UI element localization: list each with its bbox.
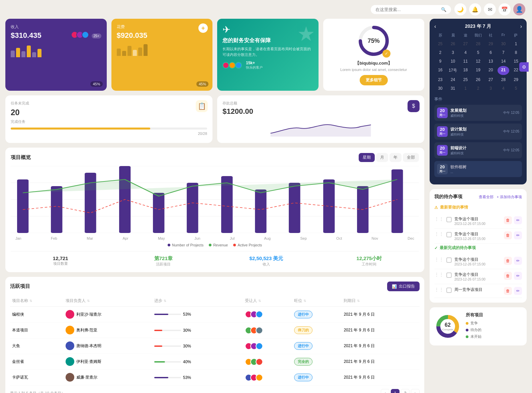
edit-btn-1[interactable]: ✏ xyxy=(514,216,522,224)
cal-date[interactable]: 26 xyxy=(472,76,484,84)
delete-btn-2[interactable]: 🗑 xyxy=(504,231,512,239)
cal-date[interactable]: 12 xyxy=(472,57,484,65)
page-2-btn[interactable]: 2 xyxy=(401,389,410,393)
cal-date[interactable]: 1 xyxy=(459,84,471,92)
drag-handle-3[interactable]: ⋮⋮ xyxy=(434,257,444,262)
dark-mode-btn[interactable]: 🌙 xyxy=(454,3,466,15)
edit-btn-5[interactable]: ✏ xyxy=(514,287,522,295)
cell-name-2: 本道项目 xyxy=(10,322,64,338)
cell-manager-1: 利亚沙·瑞查尔 xyxy=(64,307,152,322)
cal-date[interactable]: 8 xyxy=(510,49,522,57)
x-label-apr: Apr xyxy=(123,236,128,240)
cal-date[interactable]: 5 xyxy=(510,84,522,92)
drag-handle-1[interactable]: ⋮⋮ xyxy=(434,216,444,222)
events-title: 事件 xyxy=(434,96,522,102)
cal-date[interactable]: 24 xyxy=(447,76,459,84)
cal-date[interactable]: 27 xyxy=(485,76,497,84)
cal-prev-btn[interactable]: ‹ xyxy=(434,23,436,29)
col-project-name[interactable]: 项目名称 ⇅ xyxy=(10,295,64,307)
mail-btn[interactable]: ✉ xyxy=(484,3,496,15)
checkbox-1[interactable] xyxy=(446,217,452,222)
project-overview-card: 项目概览 星期 月 年 全部 xyxy=(5,148,424,272)
cal-date[interactable]: 30 xyxy=(498,40,510,48)
cal-date[interactable]: 19 xyxy=(472,66,484,75)
cal-date[interactable]: 25 xyxy=(459,76,471,84)
notifications-btn[interactable]: 🔔 xyxy=(469,3,481,15)
cal-date[interactable]: 4 xyxy=(498,84,510,92)
cal-date[interactable]: 28 xyxy=(472,40,484,48)
cal-date[interactable]: 10 xyxy=(447,57,459,65)
cal-date[interactable]: 3 xyxy=(447,49,459,57)
cal-date[interactable]: 4 xyxy=(459,49,471,57)
cal-date[interactable]: 13 xyxy=(485,57,497,65)
search-input[interactable] xyxy=(375,7,438,12)
tab-all[interactable]: 全部 xyxy=(403,153,419,162)
cal-date[interactable]: 7 xyxy=(498,49,510,57)
cal-date[interactable]: 23 xyxy=(434,76,446,84)
prev-page-btn[interactable]: ‹ xyxy=(381,389,389,393)
cal-date[interactable]: 2 xyxy=(472,84,484,92)
delete-btn-3[interactable]: 🗑 xyxy=(504,257,512,265)
edit-btn-2[interactable]: ✏ xyxy=(514,231,522,239)
col-status[interactable]: 旺位 ⇅ xyxy=(292,295,342,307)
task-sub: 完成任务 xyxy=(11,119,207,124)
cal-date[interactable]: 27 xyxy=(459,40,471,48)
event-name-4: 软件框树 xyxy=(450,164,519,170)
search-box[interactable]: 🔍 xyxy=(371,5,451,14)
delete-btn-1[interactable]: 🗑 xyxy=(504,216,512,224)
delete-btn-5[interactable]: 🗑 xyxy=(504,287,512,295)
user-avatar[interactable]: 👤 xyxy=(513,3,525,15)
cal-date[interactable]: 29 xyxy=(485,40,497,48)
page-1-btn[interactable]: 1 xyxy=(391,389,400,393)
cal-date[interactable]: 31 xyxy=(447,84,459,92)
cal-date[interactable]: 16 xyxy=(434,66,446,75)
savings-label: 存款总额 xyxy=(223,101,419,106)
checkbox-4[interactable] xyxy=(446,272,452,278)
cal-date[interactable]: 2 xyxy=(434,49,446,57)
checkbox-5[interactable] xyxy=(446,288,452,293)
edit-btn-3[interactable]: ✏ xyxy=(514,257,522,265)
calendar-settings-btn[interactable]: ⚙ xyxy=(519,62,529,72)
cal-date[interactable]: 17号 xyxy=(447,66,459,75)
cal-date[interactable]: 3 xyxy=(485,84,497,92)
checkbox-3[interactable] xyxy=(446,257,452,263)
drag-handle-2[interactable]: ⋮⋮ xyxy=(434,231,444,237)
edit-btn-4[interactable]: ✏ xyxy=(514,272,522,280)
col-due[interactable]: 到期日 ⇅ xyxy=(342,295,420,307)
cal-date[interactable]: 26 xyxy=(447,40,459,48)
more-details-btn[interactable]: 更多细节 xyxy=(360,75,388,85)
drag-handle-4[interactable]: ⋮⋮ xyxy=(434,272,444,277)
stat-val-revenue: $2,50,523 美元 xyxy=(216,255,316,262)
checkbox-2[interactable] xyxy=(446,232,452,237)
cal-date[interactable]: 25 xyxy=(434,40,446,48)
cal-next-btn[interactable]: › xyxy=(520,23,522,29)
cal-date[interactable]: 9 xyxy=(434,57,446,65)
todo-view-all[interactable]: 查看全部 xyxy=(479,194,494,200)
next-page-btn[interactable]: › xyxy=(411,389,420,393)
calendar-btn[interactable]: 📅 xyxy=(499,3,511,15)
cal-date[interactable]: 1 xyxy=(510,40,522,48)
cal-date[interactable]: 5 xyxy=(472,49,484,57)
delete-btn-4[interactable]: 🗑 xyxy=(504,272,512,280)
export-btn[interactable]: 📊 出口报告 xyxy=(387,282,420,291)
cal-date[interactable]: 28 xyxy=(498,76,510,84)
cal-date[interactable]: 20 xyxy=(485,66,497,75)
cal-date[interactable]: 6 xyxy=(485,49,497,57)
tab-week[interactable]: 星期 xyxy=(359,153,375,162)
add-expenses-btn[interactable]: + xyxy=(198,23,208,33)
col-manager[interactable]: 项目负责人 ⇅ xyxy=(64,295,152,307)
col-progress[interactable]: 进步 ⇅ xyxy=(152,295,243,307)
todo-content-4: 竞争这个项目 2023-12-26 07:15:00 xyxy=(454,272,501,281)
cal-date[interactable]: 11 xyxy=(459,57,471,65)
todo-add[interactable]: + 添加待办事项 xyxy=(497,194,522,200)
col-assignee[interactable]: 受让人 ⇅ xyxy=(243,295,292,307)
tab-year[interactable]: 年 xyxy=(389,153,402,162)
tab-month[interactable]: 月 xyxy=(376,153,388,162)
cal-date[interactable]: 14 xyxy=(498,57,510,65)
donut-label: Compete xyxy=(442,328,453,331)
cal-date[interactable]: 30 xyxy=(434,84,446,92)
drag-handle-5[interactable]: ⋮⋮ xyxy=(434,287,444,292)
cal-date-today[interactable]: 21 xyxy=(498,66,510,75)
cal-date[interactable]: 18 xyxy=(459,66,471,75)
cal-date[interactable]: 29 xyxy=(510,76,522,84)
